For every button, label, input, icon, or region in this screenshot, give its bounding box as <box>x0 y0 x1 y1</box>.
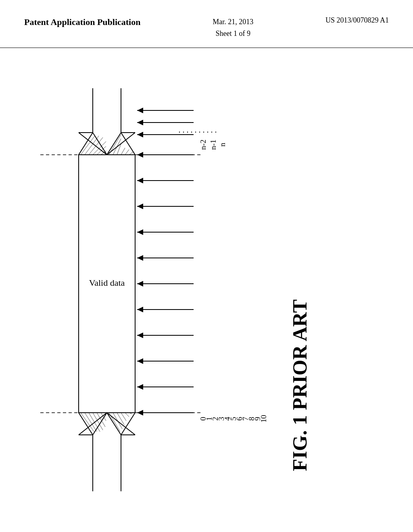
svg-marker-54 <box>137 307 143 312</box>
label-n-minus-2: n-2 <box>199 139 207 150</box>
svg-marker-66 <box>137 152 143 158</box>
sheet-info: Sheet 1 of 9 <box>215 29 250 37</box>
svg-marker-72 <box>137 132 143 137</box>
publication-date: Mar. 21, 2013 <box>213 18 253 26</box>
publication-date-sheet: Mar. 21, 2013 Sheet 1 of 9 <box>213 16 253 39</box>
svg-marker-70 <box>137 120 143 125</box>
svg-marker-50 <box>137 358 143 364</box>
svg-marker-56 <box>137 281 143 287</box>
svg-line-9 <box>81 136 95 155</box>
svg-line-34 <box>121 413 126 421</box>
svg-marker-62 <box>137 204 143 209</box>
label-10: 10 <box>259 415 268 422</box>
svg-line-44 <box>107 413 135 435</box>
svg-line-20 <box>125 150 129 155</box>
page-header: Patent Application Publication Mar. 21, … <box>0 0 413 48</box>
publication-title: Patent Application Publication <box>24 16 140 29</box>
svg-line-21 <box>129 152 133 155</box>
svg-line-19 <box>121 148 125 155</box>
fig-label: FIG. 1 PRIOR ART <box>288 299 311 471</box>
svg-marker-68 <box>137 108 143 113</box>
label-n: n <box>218 142 227 146</box>
svg-marker-48 <box>137 384 143 390</box>
diagram-area: Valid data <box>0 48 413 532</box>
svg-line-24 <box>81 413 94 432</box>
svg-marker-64 <box>137 178 143 183</box>
svg-marker-52 <box>137 332 143 338</box>
valid-data-text: Valid data <box>89 278 125 288</box>
label-n-minus-1: n-1 <box>209 139 217 150</box>
svg-line-35 <box>125 413 129 417</box>
patent-diagram-svg: Valid data <box>0 48 413 532</box>
ellipsis-dots: . . . . . . . . . . <box>179 125 217 134</box>
svg-marker-58 <box>137 255 143 261</box>
svg-marker-60 <box>137 229 143 235</box>
patent-number: US 2013/0070829 A1 <box>325 16 389 25</box>
svg-marker-46 <box>137 410 143 416</box>
